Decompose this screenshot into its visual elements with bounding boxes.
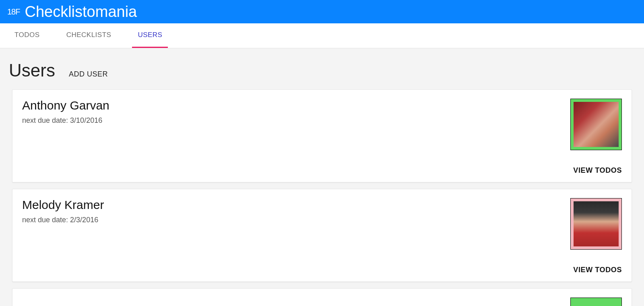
user-card-list: Anthony Garvan next due date: 3/10/2016 …: [0, 89, 644, 306]
user-card: Melody Kramer next due date: 2/3/2016 VI…: [12, 189, 632, 282]
avatar: [570, 298, 622, 306]
user-card-top: [22, 298, 622, 306]
logo-18f: 18F: [7, 7, 20, 17]
app-header: 18F Checklistomania: [0, 0, 644, 23]
card-actions: VIEW TODOS: [22, 266, 622, 277]
page-title: Users: [9, 60, 55, 81]
due-value: 3/10/2016: [70, 116, 102, 124]
view-todos-button[interactable]: VIEW TODOS: [573, 166, 622, 175]
user-info: Melody Kramer next due date: 2/3/2016: [22, 198, 104, 224]
avatar: [570, 198, 622, 250]
avatar: [570, 99, 622, 150]
user-card: Anthony Garvan next due date: 3/10/2016 …: [12, 89, 632, 182]
due-value: 2/3/2016: [70, 216, 98, 224]
view-todos-button[interactable]: VIEW TODOS: [573, 266, 622, 274]
tab-todos[interactable]: TODOS: [9, 23, 45, 48]
user-info: Anthony Garvan next due date: 3/10/2016: [22, 99, 109, 125]
tab-users[interactable]: USERS: [132, 23, 168, 48]
user-due-date: next due date: 3/10/2016: [22, 116, 109, 125]
add-user-button[interactable]: ADD USER: [69, 70, 108, 79]
app-title: Checklistomania: [25, 0, 137, 23]
due-prefix: next due date:: [22, 216, 70, 224]
tab-bar: TODOS CHECKLISTS USERS: [0, 23, 644, 48]
user-due-date: next due date: 2/3/2016: [22, 216, 104, 224]
avatar-image: [574, 102, 619, 147]
due-prefix: next due date:: [22, 116, 70, 124]
user-name: Anthony Garvan: [22, 99, 109, 112]
avatar-image: [574, 301, 619, 306]
user-card-top: Anthony Garvan next due date: 3/10/2016: [22, 99, 622, 150]
avatar-image: [574, 201, 619, 246]
tab-checklists[interactable]: CHECKLISTS: [61, 23, 117, 48]
user-name: Melody Kramer: [22, 198, 104, 212]
user-card-top: Melody Kramer next due date: 2/3/2016: [22, 198, 622, 250]
user-card: [12, 288, 632, 306]
page-heading-row: Users ADD USER: [0, 48, 644, 89]
card-actions: VIEW TODOS: [22, 166, 622, 178]
